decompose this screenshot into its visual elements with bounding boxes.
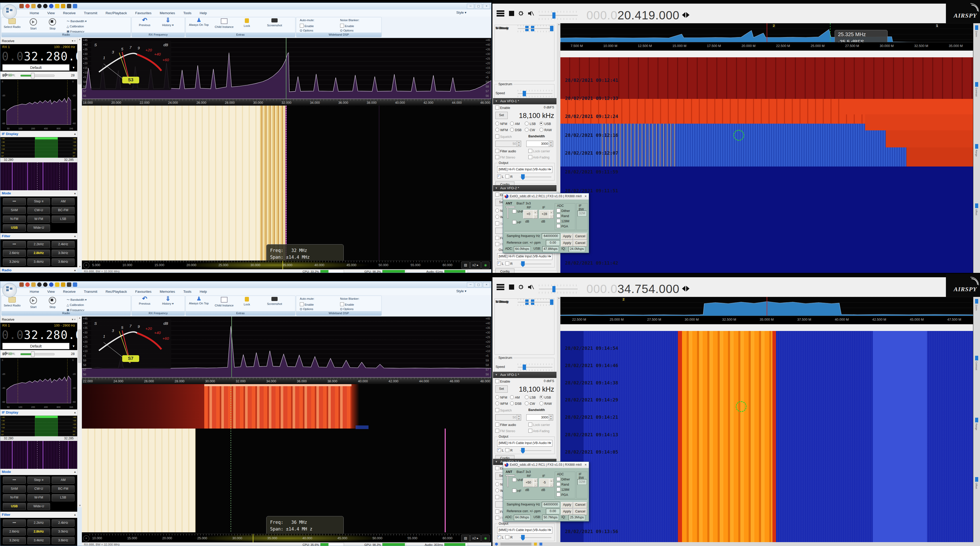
mode-button[interactable]: N-FM [3, 494, 26, 502]
extio-title-bar[interactable]: ExtIO_sddc.dll v1.2 RC1 | FX3 v1.03 | RX… [503, 462, 589, 468]
filter-header[interactable]: Filter▴ [0, 233, 77, 239]
aux-vfo-1-header[interactable]: Aux VFO-1 * [493, 372, 557, 378]
vfo-mode-radio[interactable]: NFM [495, 395, 510, 399]
profile-select[interactable]: Default [2, 64, 70, 71]
undo-icon[interactable] [73, 283, 77, 287]
output-device-select[interactable]: [MME] Hi-Fi Cable Input (VB-Audio H [497, 440, 552, 447]
child-instance-button[interactable]: Child Instance [213, 297, 236, 311]
vhf-check[interactable]: VHF [512, 210, 523, 213]
menu-item[interactable]: Tools [179, 10, 196, 16]
vfo-mode-radio[interactable]: RAW [539, 402, 554, 406]
navigator-left-button[interactable]: « [83, 262, 89, 268]
tuning-marker[interactable] [286, 38, 286, 99]
pga-check[interactable]: PGA [557, 492, 568, 497]
sampling-field[interactable]: 64000000 [542, 233, 560, 239]
stop-button[interactable]: Stop [43, 297, 62, 311]
mode-button[interactable]: W-FM [27, 494, 50, 502]
filter-button[interactable]: 2.8kHz [27, 250, 50, 257]
ref-cancel[interactable]: Cancel [573, 240, 587, 247]
close-icon[interactable]: × [74, 39, 76, 42]
favourite-star-icon[interactable] [55, 283, 59, 287]
mode-button[interactable]: AM [52, 198, 75, 205]
tuning-marker[interactable] [231, 316, 232, 378]
spectrum-strip[interactable]: S..Sho…10m Ham… 21 25.325 MHz-35.5 dBFS … [560, 23, 973, 51]
slider[interactable] [518, 367, 552, 368]
slider[interactable] [518, 28, 552, 29]
vfo-mode-radio[interactable]: WFM [495, 128, 510, 132]
vhf-check[interactable]: VHF [512, 478, 523, 482]
tuning-line[interactable] [767, 23, 767, 44]
collapse-icon[interactable]: ▾ [72, 39, 73, 42]
lock-button[interactable]: Lock [238, 297, 256, 311]
rf-minus[interactable]: - [533, 214, 538, 219]
mode-button[interactable]: BC-FM [52, 207, 75, 214]
stop-button[interactable] [509, 11, 514, 16]
vfo-mode-radio[interactable]: DSB [510, 402, 525, 406]
play-icon[interactable] [37, 283, 41, 287]
mode-button[interactable]: Step ≡ [27, 476, 50, 484]
aux-vfo-1-header[interactable]: Aux VFO-1 * [493, 98, 557, 104]
menu-item[interactable]: Home [25, 10, 43, 16]
frequency-marker[interactable]: 1 [935, 24, 939, 28]
mode-header[interactable]: Mode▴ [0, 469, 77, 475]
select-radio-button[interactable]: Select Radio [3, 18, 22, 33]
contrast-slider[interactable] [975, 356, 978, 360]
menu-item[interactable]: Rec/Playback [102, 289, 131, 295]
band-navigator[interactable]: « 5.00010.00015.00020.00025.00030.00035.… [82, 260, 491, 270]
slider[interactable] [518, 302, 552, 303]
vfo-mode-radio[interactable]: WFM [495, 402, 510, 406]
zoom-slider[interactable] [975, 299, 978, 303]
ifbw-select[interactable]: 32M [578, 211, 587, 216]
128m-check[interactable]: 128M [557, 219, 570, 223]
lock-button[interactable]: Lock [238, 18, 256, 33]
vfo-enable[interactable]: Enable0 dbFS [495, 379, 554, 383]
zoom-button[interactable]: x2 ▸ [470, 535, 481, 542]
extio-dialog[interactable]: ExtIO_sddc.dll v1.2 RC1 | FX3 v1.03 | RX… [503, 462, 589, 521]
vfo-mode-radio[interactable]: NFM [495, 122, 510, 126]
frequency-display[interactable]: 000.034.754.000 [587, 280, 689, 296]
mute-speaker-icon[interactable] [528, 284, 534, 290]
extio-title-bar[interactable]: ExtIO_sddc.dll v1.2 RC1 | FX3 v1.03 | RX… [503, 194, 589, 200]
taskbar-app-icon-2[interactable] [539, 543, 542, 546]
vfo-mode-radio[interactable]: USB [539, 395, 554, 399]
vfo-volume-slider[interactable] [520, 176, 551, 177]
filter-button[interactable]: 3.0kHz [52, 528, 75, 535]
spectrum-strip[interactable]: 2 22.500 M25.000 M27.500 M30.000 M32.500… [560, 297, 973, 324]
filter-button[interactable]: 3.2kHz [3, 537, 26, 544]
taskbar-folder-icon[interactable] [534, 543, 537, 546]
hf-check[interactable]: HF [512, 220, 521, 224]
waterfall[interactable]: 28/02/2021 09:12:4128/02/2021 09:12:3328… [560, 57, 973, 273]
close-icon[interactable]: × [585, 194, 587, 199]
filter-button[interactable]: 3.6kHz [52, 537, 75, 544]
fm-stereo-check[interactable]: FM Stereo Anti-Fading [495, 155, 554, 159]
menu-item[interactable]: Receive [59, 289, 80, 295]
folder-icon[interactable] [31, 4, 36, 8]
close-button[interactable]: × [483, 4, 490, 9]
always-on-top-button[interactable]: ♟Always On Top [187, 18, 210, 33]
if-filter-box[interactable] [35, 416, 57, 436]
camera-icon[interactable] [67, 283, 71, 287]
if-gain-value[interactable]: +28 [539, 210, 549, 219]
menu-item[interactable]: View [43, 289, 59, 295]
ref-apply[interactable]: Apply [561, 509, 573, 515]
auto-mute-options[interactable]: ⛭ Options [300, 308, 313, 311]
volume-slider[interactable] [539, 15, 578, 16]
home-icon[interactable] [19, 4, 24, 8]
add-icon[interactable] [49, 4, 54, 8]
filter-button[interactable]: 2.4kHz [52, 241, 75, 248]
lifebuoy-icon[interactable] [25, 4, 30, 8]
navigator-left-button[interactable]: « [83, 535, 89, 541]
volume-slider[interactable] [21, 353, 54, 355]
aux-vfo-2-header[interactable]: Aux VFO-2 * [493, 185, 557, 191]
lock-icon[interactable] [61, 283, 65, 287]
mode-button[interactable]: BC-FM [52, 485, 75, 492]
squelch-spinner[interactable]: 50▲▼ [495, 414, 521, 421]
sampling-cancel[interactable]: Cancel [573, 233, 587, 240]
menu-item[interactable]: Memories [156, 10, 179, 16]
menu-item[interactable]: Help [196, 289, 211, 295]
keyboard-entry-button[interactable]: ▤ [461, 262, 470, 269]
navigator-play-button[interactable]: ◉ [481, 262, 490, 269]
menu-item[interactable]: Favourites [131, 289, 156, 295]
vfo-frequency[interactable]: 18,100 kHz [519, 386, 554, 394]
menu-hamburger-icon[interactable] [496, 10, 504, 16]
